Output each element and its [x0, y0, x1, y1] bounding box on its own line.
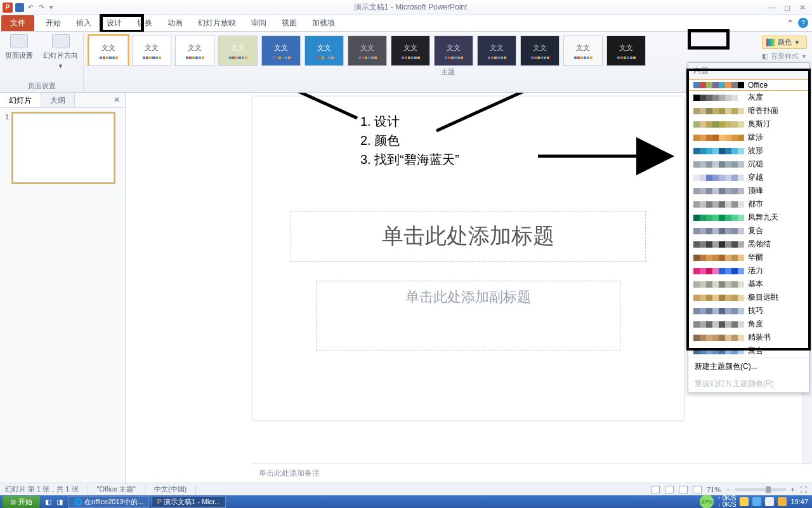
title-placeholder[interactable]: 单击此处添加标题	[291, 211, 646, 262]
subtitle-placeholder[interactable]: 单击此处添加副标题	[316, 281, 620, 351]
theme-thumb[interactable]: 文文	[563, 36, 603, 66]
theme-thumb[interactable]: 文文	[175, 36, 214, 66]
tab-design[interactable]: 设计	[99, 15, 129, 31]
help-icon[interactable]: ?	[798, 18, 808, 28]
close-icon[interactable]: ✕	[797, 3, 808, 12]
fit-window-icon[interactable]: ⛶	[800, 486, 807, 493]
zoom-slider[interactable]	[735, 488, 786, 491]
panel-close-icon[interactable]: ✕	[108, 93, 125, 107]
color-scheme-label: 复合	[748, 225, 763, 236]
ribbon-minimize-icon[interactable]: ⌃	[786, 18, 794, 30]
theme-thumb[interactable]: 文文	[606, 36, 646, 66]
color-scheme-item[interactable]: Office	[688, 79, 809, 91]
zoom-in-icon[interactable]: +	[791, 486, 795, 493]
title-bar: P ↶ ↷ ▾ 演示文稿1 - Microsoft PowerPoint — ◻…	[0, 0, 812, 15]
sorter-view-icon[interactable]	[665, 486, 674, 493]
zoom-level[interactable]: 71%	[707, 486, 721, 493]
taskbar: ⊞开始 ◧ ◨ 🌐 在office2013中的... P 演示文稿1 - Mic…	[0, 495, 812, 508]
slide-canvas[interactable]: 单击此处添加标题 单击此处添加副标题	[252, 97, 684, 420]
color-scheme-label: 沉稳	[748, 159, 763, 170]
redo-icon[interactable]: ↷	[37, 3, 46, 11]
tab-review[interactable]: 审阅	[244, 15, 274, 31]
color-scheme-item[interactable]: 奥斯汀	[688, 117, 809, 131]
color-scheme-item[interactable]: 沉稳	[688, 157, 809, 171]
theme-thumb[interactable]: 文文	[520, 36, 560, 66]
theme-thumb[interactable]: 文文	[391, 36, 430, 66]
zoom-out-icon[interactable]: −	[726, 486, 730, 493]
save-icon[interactable]	[15, 3, 24, 12]
theme-thumb[interactable]: 文文	[261, 36, 301, 66]
tab-addins[interactable]: 加载项	[304, 15, 343, 31]
battery-badge[interactable]: 37%	[700, 495, 714, 508]
tab-animations[interactable]: 动画	[160, 15, 190, 31]
slideshow-view-icon[interactable]	[693, 486, 702, 493]
language-status[interactable]: 中文(中国)	[154, 485, 196, 494]
color-scheme-item[interactable]: 技巧	[688, 304, 809, 318]
theme-thumb[interactable]: 文文	[304, 36, 344, 66]
tray-icon[interactable]	[740, 497, 749, 506]
page-setup-button[interactable]: 页面设置	[5, 34, 33, 69]
qat-more-icon[interactable]: ▾	[48, 3, 55, 11]
tray-shield-icon[interactable]	[778, 497, 787, 506]
app-icon: P	[3, 3, 13, 13]
color-scheme-item[interactable]: 顶峰	[688, 184, 809, 197]
color-scheme-item[interactable]: 灰度	[688, 91, 809, 104]
slide-orientation-button[interactable]: 幻灯片方向▼	[43, 34, 78, 69]
quicklaunch-icon[interactable]: ◧	[43, 498, 54, 506]
theme-thumb[interactable]: 文文	[434, 36, 473, 66]
file-tab[interactable]: 文件	[1, 15, 34, 31]
tab-slideshow[interactable]: 幻灯片放映	[190, 15, 244, 31]
color-scheme-item[interactable]: 活力	[688, 264, 809, 277]
outline-tab[interactable]: 大纲	[41, 93, 75, 107]
color-scheme-item[interactable]: 都市	[688, 197, 809, 211]
taskbar-item[interactable]: 🌐 在office2013中的...	[68, 496, 149, 508]
tab-insert[interactable]: 插入	[69, 15, 99, 31]
reading-view-icon[interactable]	[679, 486, 688, 493]
clock[interactable]: 19:47	[790, 498, 808, 505]
theme-thumb[interactable]: 文文	[348, 36, 387, 66]
color-menu-header: 内置	[688, 63, 809, 79]
quicklaunch-icon[interactable]: ◨	[54, 498, 65, 506]
theme-thumb[interactable]: 文文	[218, 36, 258, 66]
window-title: 演示文稿1 - Microsoft PowerPoint	[55, 2, 766, 13]
tab-view[interactable]: 视图	[274, 15, 304, 31]
tab-transitions[interactable]: 切换	[129, 15, 160, 31]
slide-thumbnail[interactable]: 1	[5, 113, 120, 183]
color-scheme-item[interactable]: 精装书	[688, 331, 809, 344]
color-scheme-item[interactable]: 穿越	[688, 171, 809, 184]
new-theme-colors[interactable]: 新建主题颜色(C)...	[688, 358, 809, 375]
slide-counter: 幻灯片 第 1 张，共 1 张	[5, 485, 88, 494]
tab-home[interactable]: 开始	[38, 15, 69, 31]
minimize-icon[interactable]: —	[766, 3, 778, 12]
color-scheme-item[interactable]: 聚合	[688, 344, 809, 358]
slide-thumb-image	[13, 113, 114, 183]
start-button[interactable]: ⊞开始	[3, 496, 40, 508]
tray-icon[interactable]	[765, 497, 774, 506]
color-scheme-item[interactable]: 黑领结	[688, 237, 809, 251]
tray-icon[interactable]	[752, 497, 761, 506]
color-scheme-label: 奥斯汀	[748, 119, 771, 130]
group-label-page-setup: 页面设置	[28, 80, 56, 91]
color-scheme-item[interactable]: 暗香扑面	[688, 104, 809, 117]
theme-thumb[interactable]: 文文	[89, 36, 128, 66]
undo-icon[interactable]: ↶	[27, 3, 35, 11]
color-scheme-item[interactable]: 跋涉	[688, 131, 809, 144]
maximize-icon[interactable]: ◻	[782, 3, 793, 12]
colors-button[interactable]: 颜色▼	[762, 36, 807, 49]
normal-view-icon[interactable]	[651, 486, 660, 493]
color-scheme-item[interactable]: 波形	[688, 144, 809, 157]
color-scheme-item[interactable]: 基本	[688, 277, 809, 291]
slides-tab[interactable]: 幻灯片	[0, 93, 41, 107]
taskbar-item[interactable]: P 演示文稿1 - Micr...	[152, 496, 226, 508]
color-scheme-item[interactable]: 华丽	[688, 251, 809, 264]
group-page-setup: 页面设置 幻灯片方向▼ 页面设置	[0, 32, 84, 92]
theme-thumb[interactable]: 文文	[477, 36, 516, 66]
color-scheme-item[interactable]: 极目远眺	[688, 291, 809, 304]
color-scheme-item[interactable]: 凤舞九天	[688, 211, 809, 224]
annotation-box-colors	[688, 29, 730, 50]
background-style-button[interactable]: ◧背景样式▼	[762, 51, 807, 61]
theme-thumb[interactable]: 文文	[132, 36, 171, 66]
color-scheme-item[interactable]: 角度	[688, 318, 809, 331]
notes-pane[interactable]: 单击此处添加备注	[252, 464, 811, 483]
color-scheme-item[interactable]: 复合	[688, 224, 809, 237]
